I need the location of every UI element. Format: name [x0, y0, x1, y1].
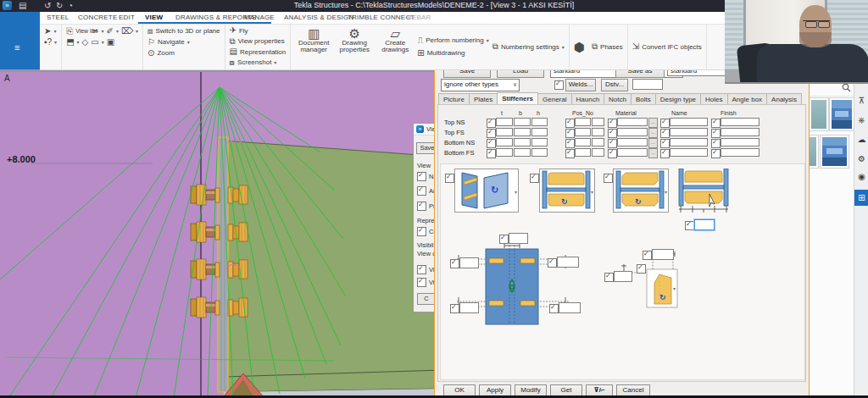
- view-properties-label[interactable]: View properties: [238, 37, 285, 45]
- organizer-icon[interactable]: ⬢: [574, 41, 585, 53]
- row4-finish-checkbox[interactable]: [711, 149, 721, 158]
- row3-enable-checkbox[interactable]: [487, 139, 496, 148]
- search-icon[interactable]: [842, 83, 851, 92]
- apply-button[interactable]: Apply: [479, 384, 511, 396]
- row3-b-input[interactable]: [514, 138, 531, 146]
- stiffener-type2-checkbox[interactable]: [530, 174, 539, 183]
- right-top-offset-input[interactable]: [557, 257, 579, 268]
- row1-pos-checkbox[interactable]: [565, 119, 575, 128]
- row4-material-browse-button[interactable]: ...: [648, 148, 658, 158]
- row4-material-checkbox[interactable]: [608, 149, 617, 158]
- fly-icon[interactable]: ✈: [230, 26, 236, 35]
- ignore-other-types-select[interactable]: ignore other types: [441, 79, 520, 91]
- row1-material-browse-button[interactable]: ...: [648, 118, 658, 128]
- cut-scissors-icon[interactable]: ✂: [92, 27, 98, 36]
- stiffener-type1-selector[interactable]: ↻ ▾: [454, 169, 519, 213]
- row3-h-input[interactable]: [531, 138, 548, 146]
- tab-analysis-design[interactable]: ANALYSIS & DESIGN: [284, 12, 353, 23]
- spacing-input[interactable]: [694, 219, 715, 230]
- chevron-down-icon[interactable]: ▾: [53, 28, 56, 34]
- dstv-button[interactable]: Dstv...: [601, 79, 628, 91]
- stiffener-type1-checkbox[interactable]: [445, 174, 454, 183]
- component-thumbnail[interactable]: [809, 97, 829, 131]
- row2-name-checkbox[interactable]: [660, 129, 670, 138]
- row2-material-input[interactable]: [617, 128, 648, 136]
- tab-steel[interactable]: STEEL: [47, 12, 69, 23]
- convert-ifc-button[interactable]: Convert IFC objects: [642, 43, 702, 51]
- history-icon[interactable]: ◔: [68, 0, 73, 12]
- chamfer-height-checkbox[interactable]: [604, 273, 614, 282]
- spacing-checkbox[interactable]: [685, 221, 694, 230]
- tab-stiffeners[interactable]: Stiffeners: [497, 92, 538, 104]
- row1-h-input[interactable]: [531, 118, 548, 126]
- switch-3d-plane-icon[interactable]: ⧈: [147, 27, 153, 36]
- row4-name-checkbox[interactable]: [660, 149, 670, 158]
- row2-h-input[interactable]: [531, 128, 548, 136]
- left-bottom-offset-input[interactable]: [459, 302, 479, 313]
- tab-plates[interactable]: Plates: [469, 93, 498, 104]
- chamfer-width-checkbox[interactable]: [643, 251, 652, 260]
- chamfer-height-input[interactable]: [614, 271, 632, 282]
- erase-icon[interactable]: ⌦: [121, 27, 133, 36]
- row1-name-input[interactable]: [670, 118, 708, 126]
- tab-angle-box[interactable]: Angle box: [727, 93, 768, 104]
- workplane-icon[interactable]: ◇: [82, 38, 89, 47]
- clip-plane-icon[interactable]: ▣: [107, 38, 114, 47]
- row1-material-checkbox[interactable]: [608, 119, 617, 128]
- cancel-button[interactable]: Cancel: [616, 384, 650, 396]
- file-menu-button[interactable]: ≡: [0, 12, 40, 69]
- tab-general[interactable]: General: [537, 93, 571, 104]
- save-quick-icon[interactable]: ▤: [19, 0, 26, 12]
- representation-icon[interactable]: ▤: [230, 47, 237, 56]
- helm-wheel-icon[interactable]: ⎈: [854, 115, 868, 125]
- tab-notch[interactable]: Notch: [604, 93, 632, 104]
- row2-finish-checkbox[interactable]: [711, 129, 721, 138]
- tab-picture[interactable]: Picture: [438, 93, 470, 104]
- row4-material-input[interactable]: [617, 148, 648, 157]
- tab-holes[interactable]: Holes: [700, 93, 727, 104]
- row3-pos-start-input[interactable]: [592, 138, 604, 146]
- left-top-offset-checkbox[interactable]: [450, 259, 459, 268]
- create-drawings-button[interactable]: ▱Create drawings: [376, 25, 414, 68]
- component-thumbnail[interactable]: [820, 135, 849, 169]
- tab-rebar[interactable]: REBAR: [407, 12, 431, 23]
- gear-icon[interactable]: ⚙: [854, 154, 868, 163]
- view-list-icon[interactable]: ⎘: [66, 27, 73, 36]
- row4-pos-start-input[interactable]: [592, 148, 604, 157]
- row2-finish-input[interactable]: [721, 128, 760, 136]
- row4-b-input[interactable]: [514, 148, 531, 157]
- modify-button[interactable]: Modify: [515, 384, 547, 396]
- globe-icon[interactable]: ◉: [854, 172, 868, 181]
- paint-brush-icon[interactable]: ✐: [107, 27, 114, 36]
- multidrawing-button[interactable]: Multidrawing: [427, 49, 465, 57]
- row4-h-input[interactable]: [531, 148, 548, 157]
- representation-label[interactable]: Representation: [240, 48, 286, 56]
- view-list-label[interactable]: View list: [75, 28, 89, 34]
- chevron-down-icon[interactable]: ▾: [54, 39, 57, 45]
- fly-label[interactable]: Fly: [239, 27, 248, 35]
- document-manager-button[interactable]: ▥Document manager: [295, 25, 332, 68]
- row2-pos-checkbox[interactable]: [565, 129, 575, 138]
- tab-concrete[interactable]: CONCRETE: [78, 12, 118, 23]
- welds-button[interactable]: Welds...: [565, 79, 596, 91]
- cloud-icon[interactable]: ☁: [854, 135, 868, 144]
- row2-pos-prefix-input[interactable]: [575, 128, 591, 136]
- row1-finish-input[interactable]: [721, 118, 760, 126]
- row1-pos-prefix-input[interactable]: [575, 118, 591, 126]
- left-bottom-offset-checkbox[interactable]: [450, 304, 459, 313]
- row2-name-input[interactable]: [670, 128, 708, 136]
- tab-trimble-connect[interactable]: TRIMBLE CONNECT: [348, 12, 415, 23]
- row3-finish-input[interactable]: [721, 138, 760, 146]
- left-top-offset-input[interactable]: [459, 257, 479, 268]
- row1-finish-checkbox[interactable]: [711, 119, 721, 128]
- row3-name-checkbox[interactable]: [660, 139, 670, 148]
- row1-t-input[interactable]: [496, 118, 513, 126]
- row1-name-checkbox[interactable]: [660, 119, 670, 128]
- inquire-icon[interactable]: ▪?: [44, 38, 52, 47]
- stiffener-type3-checkbox[interactable]: [604, 174, 613, 183]
- row3-name-input[interactable]: [670, 138, 708, 146]
- switch-3d-label[interactable]: Switch to 3D or plane: [155, 27, 220, 35]
- zoom-label[interactable]: Zoom: [157, 49, 174, 57]
- stiffener-type3-selector[interactable]: ↻ ▾: [613, 169, 669, 213]
- phases-button[interactable]: Phases: [600, 43, 623, 51]
